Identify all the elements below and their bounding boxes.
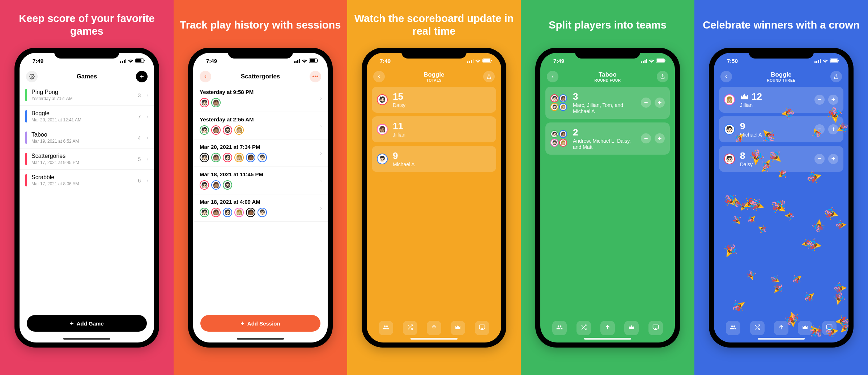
back-button[interactable]: [720, 71, 732, 82]
chevron-right-icon: ›: [320, 150, 322, 156]
shuffle-icon: [407, 324, 413, 332]
confetti-icon: 🎉: [774, 284, 783, 293]
game-row[interactable]: Boggle Mar 20, 2021 at 12:41 AM 7 ›: [20, 106, 154, 127]
player-avatar: 👩🏽: [211, 153, 221, 162]
game-row[interactable]: Scrabble Mar 17, 2021 at 8:06 AM 6 ›: [20, 170, 154, 191]
decrement-button[interactable]: −: [814, 154, 825, 164]
player-avatar: 🧑🏻: [200, 125, 209, 135]
shuffle-button[interactable]: [576, 321, 591, 335]
phone-mockup: 7:49 Games + Ping Pong Yesterday at 7:51…: [14, 48, 159, 348]
game-color-bar: [25, 153, 27, 165]
player-avatar: 🧑🏻: [724, 154, 735, 164]
decrement-button[interactable]: −: [641, 98, 651, 108]
back-button[interactable]: [547, 71, 558, 82]
score-card: 👩🏼 12 Jillian − +: [719, 87, 843, 113]
add-game-button[interactable]: + Add Game: [27, 315, 147, 332]
airplay-button[interactable]: [822, 321, 837, 335]
chevron-right-icon: ›: [320, 123, 322, 129]
settings-button[interactable]: [26, 71, 38, 82]
add-session-button[interactable]: + Add Session: [200, 315, 320, 332]
nav-title: Scattergories: [193, 73, 328, 80]
player-name: Michael A: [393, 161, 491, 168]
increment-button[interactable]: +: [828, 124, 838, 134]
more-button[interactable]: •••: [310, 71, 321, 82]
session-timestamp: Mar 18, 2021 at 11:45 PM: [200, 171, 321, 177]
session-row[interactable]: Mar 18, 2021 at 11:45 PM 🧑🏻👩🏽🧔🏻 ›: [193, 167, 328, 194]
decrement-button[interactable]: −: [641, 133, 651, 143]
player-avatar: 🧑🏻: [200, 180, 209, 190]
svg-marker-18: [828, 328, 831, 330]
people-button[interactable]: [726, 321, 740, 335]
team-score: 3: [573, 91, 636, 102]
panel-headline: Celebrate winners with a crown: [699, 12, 863, 38]
game-row[interactable]: Scattergories Mar 17, 2021 at 9:45 PM 5 …: [20, 148, 154, 170]
shuffle-button[interactable]: [750, 321, 765, 335]
people-button[interactable]: [379, 321, 393, 335]
crown-button[interactable]: [798, 321, 812, 335]
game-name: Taboo: [31, 132, 133, 138]
share-button[interactable]: [830, 71, 842, 82]
game-name: Scrabble: [31, 174, 133, 181]
nav-bar: Games +: [20, 69, 154, 85]
battery-icon: [309, 59, 318, 63]
crown-button[interactable]: [451, 321, 465, 335]
game-row[interactable]: Taboo Mar 19, 2021 at 6:52 AM 4 ›: [20, 127, 154, 148]
back-button[interactable]: [200, 71, 211, 82]
session-row[interactable]: Mar 18, 2021 at 4:09 AM 🧑🏻👩🏽🧔🏻👩🏼🧑🏾👨🏻 ›: [193, 194, 328, 222]
increment-button[interactable]: +: [655, 98, 665, 108]
team-score: 2: [573, 127, 636, 138]
airplay-button[interactable]: [648, 321, 663, 335]
up-arrow-button[interactable]: [427, 321, 441, 335]
player-avatar: 👩🏽: [211, 125, 221, 135]
player-score: 15: [393, 91, 491, 102]
add-button[interactable]: +: [136, 71, 148, 82]
svg-marker-6: [481, 328, 484, 330]
session-row[interactable]: Yesterday at 2:55 AM 🧑🏻👩🏽🧔🏻👩🏼 ›: [193, 112, 328, 139]
decrement-button[interactable]: −: [814, 95, 825, 105]
session-row[interactable]: Yesterday at 9:58 PM 🧑🏻👩🏽 ›: [193, 85, 328, 112]
confetti-icon: 🎉: [832, 292, 846, 306]
confetti-icon: 🎉: [792, 274, 802, 284]
airplay-icon: [479, 324, 485, 332]
player-score: 12: [740, 91, 809, 102]
nav-bar: Scattergories •••: [193, 69, 328, 85]
plus-icon: +: [241, 320, 244, 327]
cell-signal-icon: [467, 59, 473, 63]
back-button[interactable]: [373, 71, 385, 82]
crown-icon: [455, 324, 461, 332]
up-arrow-icon: [778, 324, 784, 332]
increment-button[interactable]: +: [828, 154, 838, 164]
shuffle-icon: [754, 324, 761, 332]
player-avatar: 👨🏻: [377, 154, 388, 164]
confetti-icon: 🎉: [833, 281, 848, 296]
crown-button[interactable]: [624, 321, 639, 335]
shuffle-button[interactable]: [403, 321, 417, 335]
svg-line-4: [408, 325, 409, 327]
player-avatar: 👩🏼: [234, 125, 244, 135]
status-time: 7:49: [553, 58, 564, 64]
up-arrow-button[interactable]: [774, 321, 788, 335]
player-avatar: 🧔🏻: [223, 125, 232, 135]
game-color-bar: [25, 89, 27, 101]
nav-title: Games: [20, 73, 154, 80]
increment-button[interactable]: +: [655, 133, 665, 143]
session-count: 3: [138, 92, 141, 98]
player-avatar: 🧑🏻: [200, 208, 209, 217]
people-button[interactable]: [552, 321, 567, 335]
session-timestamp: Mar 18, 2021 at 4:09 AM: [200, 199, 321, 205]
airplay-button[interactable]: [475, 321, 489, 335]
session-row[interactable]: Mar 20, 2021 at 7:34 PM 🧑🏻👩🏽🧔🏻👩🏼🧑🏾👨🏻 ›: [193, 139, 328, 167]
up-arrow-button[interactable]: [600, 321, 615, 335]
status-time: 7:49: [33, 58, 43, 64]
score-card: 🧑🏻 9 Michael A − +: [719, 116, 843, 142]
increment-button[interactable]: +: [828, 95, 838, 105]
player-name: Jillian: [740, 102, 809, 108]
share-button[interactable]: [657, 71, 668, 82]
status-time: 7:49: [206, 58, 217, 64]
team-members: Marc, Jillian, Tom, and Michael A: [573, 102, 636, 115]
share-button[interactable]: [483, 71, 495, 82]
decrement-button[interactable]: −: [814, 124, 825, 134]
player-avatar: 👩🏼: [234, 153, 244, 162]
game-row[interactable]: Ping Pong Yesterday at 7:51 AM 3 ›: [20, 85, 154, 106]
game-timestamp: Mar 17, 2021 at 9:45 PM: [31, 160, 133, 165]
